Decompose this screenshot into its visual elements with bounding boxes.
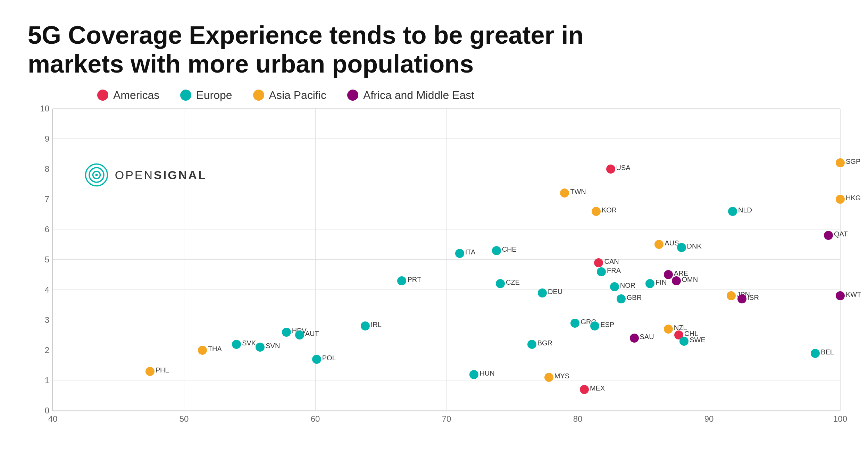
data-point-BEL	[811, 349, 820, 358]
data-point-KWT	[836, 291, 845, 300]
grid-line-v-40	[53, 109, 53, 411]
svg-point-3	[95, 174, 98, 176]
legend-dot-americas	[97, 90, 108, 101]
y-axis-label	[28, 109, 45, 429]
data-label-BGR: BGR	[537, 339, 552, 347]
y-tick-label-1: 1	[45, 376, 49, 385]
data-label-POL: POL	[322, 354, 336, 362]
data-point-SGP	[836, 158, 845, 167]
data-point-SVN	[256, 343, 265, 352]
data-point-AUS	[654, 240, 663, 249]
opensignal-logo-text: OPENSIGNAL	[115, 168, 207, 182]
data-label-OMN: OMN	[682, 276, 698, 284]
grid-line-v-80	[578, 109, 578, 411]
data-point-NZL	[664, 325, 673, 334]
y-tick-label-7: 7	[45, 194, 49, 204]
legend-label-asia-pacific: Asia Pacific	[269, 89, 326, 102]
y-tick-label-4: 4	[45, 285, 49, 295]
data-label-PRT: PRT	[407, 276, 421, 284]
data-label-DNK: DNK	[687, 242, 702, 250]
data-point-HKG	[836, 195, 845, 204]
x-axis-container	[52, 411, 840, 429]
data-label-ISR: ISR	[748, 294, 759, 302]
data-label-CAN: CAN	[604, 258, 619, 266]
data-point-CZE	[496, 279, 505, 288]
data-point-ITA	[455, 249, 464, 258]
y-tick-label-6: 6	[45, 225, 49, 234]
data-label-MYS: MYS	[554, 372, 569, 380]
data-point-AUT	[295, 330, 304, 339]
page-container: 5G Coverage Experience tends to be great…	[0, 0, 868, 453]
legend: AmericasEuropeAsia PacificAfrica and Mid…	[97, 89, 840, 102]
data-point-BGR	[527, 340, 536, 349]
data-label-NOR: NOR	[620, 282, 635, 290]
data-label-SGP: SGP	[846, 158, 860, 166]
legend-dot-africa-middle-east	[347, 90, 358, 101]
data-point-MEX	[580, 385, 589, 394]
data-point-KOR	[592, 207, 601, 216]
legend-label-europe: Europe	[196, 89, 232, 102]
data-label-QAT: QAT	[834, 230, 848, 238]
data-point-PHL	[145, 367, 155, 376]
y-tick-label-9: 9	[45, 134, 49, 144]
opensignal-logo: OPENSIGNAL	[84, 163, 207, 187]
legend-dot-asia-pacific	[253, 90, 264, 101]
data-label-DEU: DEU	[548, 288, 562, 296]
data-point-PRT	[397, 276, 406, 285]
legend-label-africa-middle-east: Africa and Middle East	[363, 89, 474, 102]
data-point-MYS	[544, 373, 553, 382]
data-label-GBR: GBR	[627, 294, 642, 302]
legend-item-asia-pacific: Asia Pacific	[253, 89, 326, 102]
data-point-DEU	[538, 288, 547, 297]
data-point-ESP	[590, 321, 599, 330]
data-point-IRL	[361, 321, 370, 330]
data-label-BEL: BEL	[821, 348, 834, 356]
data-point-GBR	[617, 294, 626, 303]
data-label-SVK: SVK	[242, 339, 256, 347]
data-label-KOR: KOR	[602, 206, 617, 214]
data-label-CZE: CZE	[506, 278, 520, 286]
data-point-FIN	[645, 279, 654, 288]
data-label-AUT: AUT	[305, 330, 319, 338]
data-label-KWT: KWT	[846, 291, 861, 299]
grid-line-v-50	[184, 109, 184, 411]
data-point-FRA	[597, 267, 606, 276]
data-label-SVN: SVN	[266, 342, 280, 350]
y-tick-label-3: 3	[45, 315, 49, 325]
legend-item-americas: Americas	[97, 89, 159, 102]
data-point-HRV	[282, 328, 291, 337]
grid-line-v-60	[315, 109, 316, 411]
grid-line-v-100	[840, 109, 841, 411]
data-point-POL	[312, 355, 321, 364]
data-point-JPN	[727, 291, 736, 300]
data-label-FIN: FIN	[656, 278, 667, 286]
data-label-HUN: HUN	[479, 369, 494, 377]
data-point-CHE	[492, 246, 501, 255]
y-tick-label-8: 8	[45, 164, 49, 174]
legend-dot-europe	[180, 90, 191, 101]
y-tick-label-2: 2	[45, 345, 49, 355]
data-label-SWE: SWE	[690, 336, 706, 344]
grid-line-v-90	[709, 109, 709, 411]
y-tick-label-5: 5	[45, 255, 49, 265]
data-label-IRL: IRL	[371, 321, 382, 329]
data-point-NLD	[728, 207, 737, 216]
data-label-CHE: CHE	[502, 245, 517, 253]
grid-line-v-70	[446, 109, 447, 411]
data-point-USA	[606, 165, 615, 174]
data-point-CAN	[594, 258, 603, 267]
data-label-USA: USA	[616, 164, 631, 172]
data-point-ARE	[664, 270, 673, 279]
data-label-TWN: TWN	[570, 188, 586, 196]
data-point-QAT	[824, 231, 833, 240]
data-label-SAU: SAU	[640, 333, 654, 341]
legend-item-africa-middle-east: Africa and Middle East	[347, 89, 474, 102]
legend-label-americas: Americas	[113, 89, 159, 102]
data-label-PHL: PHL	[156, 366, 169, 374]
opensignal-logo-icon	[84, 163, 109, 187]
data-point-NOR	[610, 282, 619, 291]
data-point-GRC	[570, 319, 579, 328]
data-point-SWE	[679, 337, 688, 346]
plot-area: OPENSIGNAL 012345678910405060708090100PH…	[52, 109, 840, 411]
data-point-SVK	[232, 340, 241, 349]
